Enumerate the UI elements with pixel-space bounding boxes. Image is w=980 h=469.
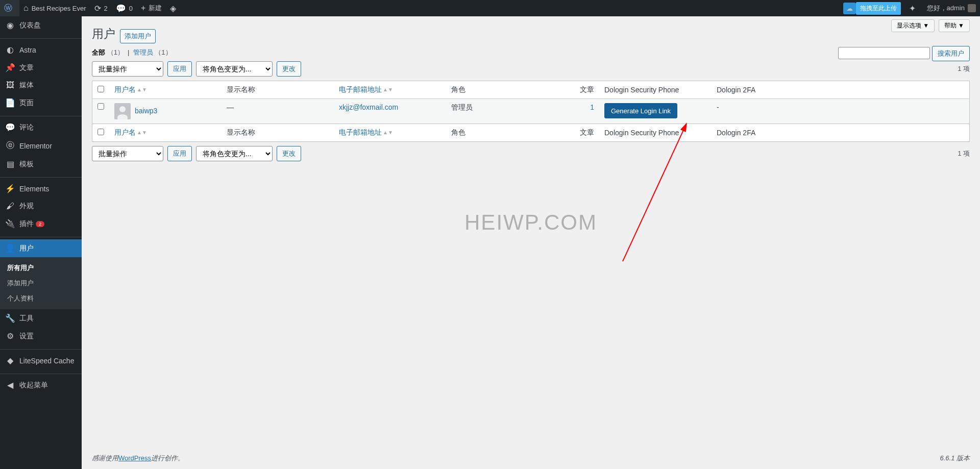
sidebar-item-astra[interactable]: ◐Astra bbox=[0, 41, 82, 59]
wordpress-link[interactable]: WordPress bbox=[118, 454, 151, 462]
sidebar-item-elementor[interactable]: ⓔElementor bbox=[0, 136, 82, 155]
site-name-link[interactable]: ⌂Best Recipes Ever bbox=[19, 0, 90, 16]
home-icon: ⌂ bbox=[23, 4, 29, 13]
sidebar-item-brush[interactable]: 🖌外观 bbox=[0, 198, 82, 215]
upload-drop[interactable]: ☁ 拖拽至此上传 bbox=[839, 0, 905, 16]
settings-icon: ⚙ bbox=[5, 331, 15, 341]
change-role-button-top[interactable]: 更改 bbox=[277, 61, 301, 77]
magic-link[interactable]: ✦ bbox=[905, 0, 923, 16]
cell-role: 管理员 bbox=[446, 99, 558, 124]
sidebar-item-template[interactable]: ▤模板 bbox=[0, 155, 82, 173]
col-phone: Dologin Security Phone bbox=[599, 124, 712, 141]
avatar-icon bbox=[968, 4, 976, 12]
tool-icon: 🔧 bbox=[5, 313, 15, 323]
col-username[interactable]: 用户名 bbox=[114, 85, 136, 93]
sidebar-item-label: LiteSpeed Cache bbox=[19, 357, 74, 365]
sidebar-item-label: Elementor bbox=[19, 142, 52, 150]
col-username[interactable]: 用户名 bbox=[114, 128, 136, 136]
sidebar-item-comment[interactable]: 💬评论 bbox=[0, 118, 82, 136]
sidebar-item-label: 文章 bbox=[19, 63, 34, 72]
filter-all[interactable]: 全部 bbox=[92, 48, 105, 56]
howdy-text: 您好，admin bbox=[927, 4, 965, 13]
col-display: 显示名称 bbox=[222, 81, 334, 99]
sidebar-item-media[interactable]: 🖼媒体 bbox=[0, 77, 82, 94]
main-content: 显示选项 ▼ 帮助 ▼ 用户 添加用户 全部 （1） | 管理员 （1） 搜索用… bbox=[82, 16, 980, 469]
submenu-item[interactable]: 个人资料 bbox=[0, 291, 82, 306]
comments-link[interactable]: 💬0 bbox=[112, 0, 137, 16]
select-all-checkbox[interactable] bbox=[97, 86, 104, 92]
cell-2fa: - bbox=[712, 99, 969, 124]
tablenav-bottom: 批量操作 应用 将角色变更为... 更改 1 项 bbox=[92, 146, 970, 161]
item-count-bottom: 1 项 bbox=[958, 149, 970, 158]
site-name-text: Best Recipes Ever bbox=[32, 5, 86, 12]
apply-button-bottom[interactable]: 应用 bbox=[167, 146, 192, 161]
posts-link[interactable]: 1 bbox=[590, 103, 594, 111]
sidebar-item-collapse[interactable]: ◀收起菜单 bbox=[0, 376, 82, 394]
comments-count: 0 bbox=[129, 5, 133, 12]
footer: 感谢使用WordPress进行创作。 6.6.1 版本 bbox=[82, 448, 980, 469]
select-all-checkbox[interactable] bbox=[97, 129, 104, 135]
admin-bar: ⓦ ⌂Best Recipes Ever ⟳2 💬0 +新建 ◈ ☁ 拖拽至此上… bbox=[0, 0, 980, 16]
watermark: HEIWP.COM bbox=[464, 210, 597, 235]
users-table: 用户名▲▼ 显示名称 电子邮箱地址▲▼ 角色 文章 Dologin Securi… bbox=[92, 81, 970, 142]
update-icon: ⟳ bbox=[94, 4, 101, 13]
sidebar-item-label: Elements bbox=[19, 185, 49, 193]
sidebar-item-settings[interactable]: ⚙设置 bbox=[0, 327, 82, 345]
email-link[interactable]: xkjjz@foxmail.com bbox=[339, 103, 398, 111]
new-content-link[interactable]: +新建 bbox=[137, 0, 166, 16]
user-icon: 👤 bbox=[5, 243, 15, 253]
sparkle-icon: ✦ bbox=[909, 4, 916, 13]
sidebar-item-elements[interactable]: ⚡Elements bbox=[0, 180, 82, 198]
sidebar-item-user[interactable]: 👤用户 bbox=[0, 239, 82, 257]
elementor-inspect[interactable]: ◈ bbox=[166, 0, 183, 16]
upload-label: 拖拽至此上传 bbox=[856, 2, 901, 15]
sidebar-item-page[interactable]: 📄页面 bbox=[0, 94, 82, 112]
sidebar-item-label: 用户 bbox=[19, 244, 34, 253]
page-icon: 📄 bbox=[5, 98, 15, 108]
tablenav-top: 批量操作 应用 将角色变更为... 更改 1 项 bbox=[92, 61, 970, 77]
row-checkbox[interactable] bbox=[97, 103, 104, 110]
screen-options-button[interactable]: 显示选项 ▼ bbox=[891, 19, 935, 32]
col-role: 角色 bbox=[446, 124, 558, 141]
sidebar-item-label: 工具 bbox=[19, 314, 34, 323]
diamond-icon: ◈ bbox=[170, 4, 176, 13]
page-title: 用户 bbox=[92, 21, 115, 44]
search-users-input[interactable] bbox=[838, 47, 930, 59]
sidebar-item-plugin[interactable]: 🔌插件2 bbox=[0, 215, 82, 233]
updates-count: 2 bbox=[104, 5, 108, 12]
new-label: 新建 bbox=[149, 4, 162, 13]
sidebar-item-label: 外观 bbox=[19, 202, 34, 211]
sidebar-item-litespeed[interactable]: ◆LiteSpeed Cache bbox=[0, 352, 82, 369]
sidebar-item-dashboard[interactable]: ◉仪表盘 bbox=[0, 16, 82, 34]
col-email[interactable]: 电子邮箱地址 bbox=[339, 128, 382, 136]
collapse-icon: ◀ bbox=[5, 380, 15, 390]
search-users-button[interactable]: 搜索用户 bbox=[932, 46, 970, 61]
bulk-action-select-bottom[interactable]: 批量操作 bbox=[92, 146, 163, 161]
change-role-button-bottom[interactable]: 更改 bbox=[277, 146, 301, 161]
howdy-link[interactable]: 您好，admin bbox=[923, 0, 980, 16]
cell-display: — bbox=[222, 99, 334, 124]
submenu-item[interactable]: 添加用户 bbox=[0, 276, 82, 291]
sidebar-item-pin[interactable]: 📌文章 bbox=[0, 59, 82, 77]
apply-button-top[interactable]: 应用 bbox=[167, 61, 192, 77]
updates-link[interactable]: ⟳2 bbox=[90, 0, 112, 16]
col-email[interactable]: 电子邮箱地址 bbox=[339, 85, 382, 93]
generate-login-link-button[interactable]: Generate Login Link bbox=[604, 103, 677, 118]
username-link[interactable]: baiwp3 bbox=[135, 107, 157, 115]
change-role-select-top[interactable]: 将角色变更为... bbox=[196, 61, 273, 77]
add-user-button[interactable]: 添加用户 bbox=[120, 29, 156, 43]
col-2fa: Dologin 2FA bbox=[712, 81, 969, 99]
col-posts: 文章 bbox=[558, 81, 599, 99]
filter-admin[interactable]: 管理员 bbox=[133, 48, 153, 56]
sidebar-item-tool[interactable]: 🔧工具 bbox=[0, 309, 82, 327]
submenu-item[interactable]: 所有用户 bbox=[0, 260, 82, 276]
comment-icon: 💬 bbox=[5, 122, 15, 132]
comment-icon: 💬 bbox=[116, 4, 126, 13]
bulk-action-select-top[interactable]: 批量操作 bbox=[92, 61, 163, 77]
change-role-select-bottom[interactable]: 将角色变更为... bbox=[196, 146, 273, 161]
wp-logo[interactable]: ⓦ bbox=[0, 0, 19, 16]
sidebar-item-label: 收起菜单 bbox=[19, 381, 48, 390]
col-posts: 文章 bbox=[558, 124, 599, 141]
help-button[interactable]: 帮助 ▼ bbox=[939, 19, 970, 32]
sidebar-item-label: 媒体 bbox=[19, 81, 34, 90]
